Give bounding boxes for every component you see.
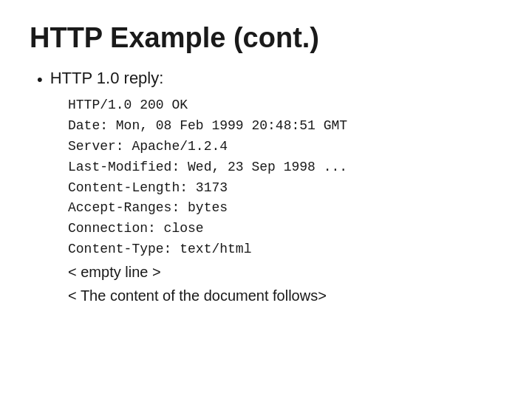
bullet-label: HTTP 1.0 reply: (50, 69, 164, 88)
code-line-5: Content-Length: 3173 (68, 178, 502, 199)
bullet-section: • HTTP 1.0 reply: HTTP/1.0 200 OK Date: … (37, 69, 502, 307)
code-line-4: Last-Modified: Wed, 23 Sep 1998 ... (68, 157, 502, 178)
footer-line-2: < The content of the document follows> (68, 284, 502, 307)
footer-line-1: < empty line > (68, 260, 502, 284)
code-line-7: Connection: close (68, 219, 502, 239)
code-line-2: Date: Mon, 08 Feb 1999 20:48:51 GMT (68, 116, 502, 137)
page-title: HTTP Example (cont.) (30, 22, 502, 54)
code-line-3: Server: Apache/1.2.4 (68, 137, 502, 157)
bullet-dot: • (37, 70, 43, 89)
code-line-8: Content-Type: text/html (68, 239, 502, 260)
code-line-6: Accept-Ranges: bytes (68, 198, 502, 219)
code-line-1: HTTP/1.0 200 OK (68, 95, 502, 116)
code-block: HTTP/1.0 200 OK Date: Mon, 08 Feb 1999 2… (68, 95, 502, 260)
footer-block: < empty line > < The content of the docu… (68, 260, 502, 307)
bullet-item: • HTTP 1.0 reply: (37, 69, 502, 89)
